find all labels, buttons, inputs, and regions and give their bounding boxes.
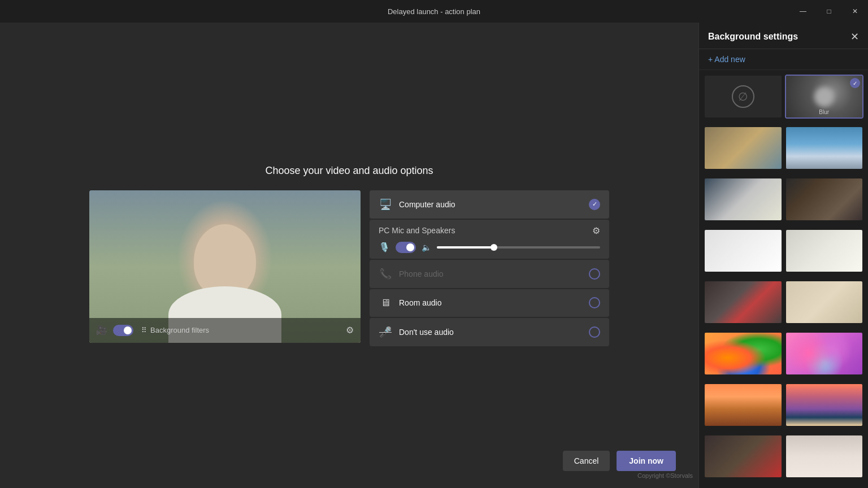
minimize-button[interactable]: — (790, 0, 816, 23)
room-audio-option[interactable]: 🖥 Room audio (370, 289, 609, 317)
bg-thumbnail-white1[interactable] (704, 229, 783, 273)
bg-thumbnail-white2[interactable] (785, 229, 864, 273)
speaker-icon: 🔈 (422, 243, 431, 252)
computer-audio-check (589, 199, 600, 210)
video-controls: 🎥 ⠿ Background filters ⚙ (89, 318, 361, 343)
av-section: 🎥 ⠿ Background filters ⚙ 🖥️ Computer aud… (89, 190, 609, 346)
toggle-knob (124, 326, 132, 334)
no-audio-option[interactable]: 🎤 Don't use audio (370, 318, 609, 346)
room-audio-icon: 🖥 (379, 297, 392, 309)
window-controls: — □ ✕ (790, 0, 868, 23)
pc-mic-card: PC Mic and Speakers ⚙ 🎙️ 🔈 (370, 220, 609, 259)
bg-panel-header: Background settings ✕ (699, 23, 868, 49)
phone-audio-icon: 📞 (379, 268, 392, 280)
bg-thumbnail-bg10[interactable] (785, 434, 864, 478)
bg-thumbnail-office2[interactable] (704, 177, 783, 221)
maximize-button[interactable]: □ (816, 0, 842, 23)
close-button[interactable]: ✕ (842, 0, 868, 23)
background-grid: ∅✓Blur (699, 70, 868, 488)
bg-panel-title: Background settings (708, 32, 798, 42)
bg-thumbnail-blur[interactable]: ✓Blur (785, 75, 864, 119)
add-new-background-button[interactable]: + Add new (699, 49, 868, 70)
video-preview: 🎥 ⠿ Background filters ⚙ (89, 190, 361, 346)
window-title: Delayed launch - action plan (388, 7, 480, 16)
mic-toggle[interactable] (396, 242, 416, 253)
audio-section: 🖥️ Computer audio PC Mic and Speakers ⚙ … (370, 190, 609, 346)
volume-slider[interactable] (437, 246, 600, 249)
no-audio-check (589, 326, 600, 338)
bg-thumbnail-bridge[interactable] (704, 383, 783, 427)
bottom-actions: Cancel Join now (563, 451, 676, 471)
volume-thumb (491, 244, 497, 251)
join-now-button[interactable]: Join now (617, 451, 676, 471)
copyright-text: Copyright ©Storvals (637, 472, 693, 479)
bg-thumbnail-colorful[interactable] (785, 332, 864, 376)
pc-mic-controls: 🎙️ 🔈 (379, 242, 600, 253)
title-bar: Delayed launch - action plan — □ ✕ (0, 0, 868, 23)
background-settings-panel: Background settings ✕ + Add new ∅✓Blur (698, 23, 868, 488)
video-box: 🎥 ⠿ Background filters ⚙ (89, 190, 361, 343)
video-settings-button[interactable]: ⚙ (346, 325, 354, 336)
bg-thumbnail-balloons[interactable] (704, 332, 783, 376)
pc-mic-header: PC Mic and Speakers ⚙ (379, 225, 600, 236)
bg-thumbnail-bg9[interactable] (704, 434, 783, 478)
camera-icon: 🎥 (96, 325, 107, 336)
phone-audio-label: Phone audio (399, 269, 582, 278)
bg-thumbnail-none[interactable]: ∅ (704, 75, 783, 119)
mic-toggle-knob (406, 243, 414, 251)
bg-thumbnail-office3[interactable] (704, 280, 783, 324)
bg-thumbnail-room1[interactable] (785, 177, 864, 221)
pc-mic-settings-button[interactable]: ⚙ (592, 225, 600, 236)
cancel-button[interactable]: Cancel (563, 451, 610, 471)
bg-thumbnail-beige[interactable] (785, 280, 864, 324)
room-audio-label: Room audio (399, 298, 582, 307)
computer-audio-label: Computer audio (399, 200, 582, 209)
volume-fill (437, 246, 494, 249)
no-audio-icon: 🎤 (379, 326, 392, 338)
bg-thumbnail-office1[interactable] (704, 126, 783, 170)
phone-audio-option[interactable]: 📞 Phone audio (370, 260, 609, 288)
microphone-icon: 🎙️ (379, 242, 390, 252)
page-title: Choose your video and audio options (265, 165, 433, 177)
computer-audio-option[interactable]: 🖥️ Computer audio (370, 190, 609, 219)
background-filters-button[interactable]: ⠿ Background filters (141, 326, 209, 334)
filters-icon: ⠿ (141, 326, 147, 334)
bg-thumbnail-city[interactable] (785, 126, 864, 170)
computer-audio-icon: 🖥️ (379, 198, 392, 211)
phone-audio-check (589, 268, 600, 280)
no-audio-label: Don't use audio (399, 328, 582, 337)
bg-panel-close-button[interactable]: ✕ (850, 32, 859, 42)
camera-toggle[interactable] (113, 325, 133, 336)
pc-mic-label: PC Mic and Speakers (379, 226, 455, 235)
room-audio-check (589, 297, 600, 308)
main-content: Choose your video and audio options 🎥 (0, 23, 698, 488)
bg-thumbnail-mountains[interactable] (785, 383, 864, 427)
filters-label: Background filters (150, 326, 209, 334)
